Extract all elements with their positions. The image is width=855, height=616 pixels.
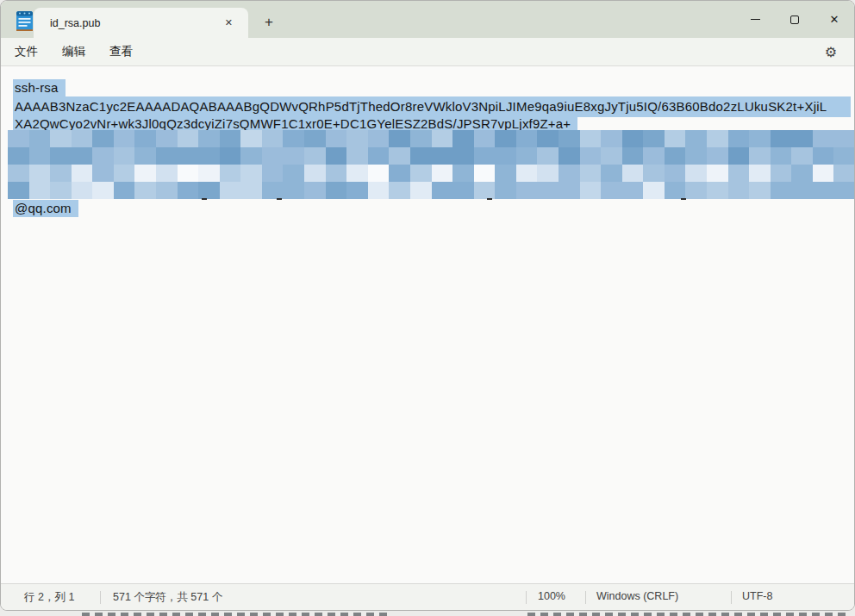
redaction-block [346,165,368,182]
statusbar-divider [100,591,101,604]
zoom-level[interactable]: 100% [538,590,565,602]
redaction-block [198,182,220,199]
redaction-block [156,147,178,165]
redaction-block [262,165,284,182]
redaction-block [580,147,602,165]
redaction-block [240,165,262,182]
redaction-block [29,182,51,199]
blurred-text-fragment [681,198,686,200]
redaction-block [537,182,559,199]
redaction-block [134,130,156,147]
redaction-block [771,130,792,147]
minimize-icon [751,19,760,20]
redaction-block [452,165,474,182]
redaction-block [134,147,156,165]
redaction-block [728,130,750,147]
redaction-block [262,182,284,199]
redaction-block [114,147,135,165]
menu-edit[interactable]: 编辑 [55,40,92,63]
tab-close-icon[interactable]: ✕ [220,15,238,31]
redaction-block [833,165,854,182]
redaction-block [813,182,834,199]
redaction-block [622,130,644,147]
redaction-block [92,182,114,199]
redaction-block [389,182,410,199]
redaction-block [346,182,368,199]
redaction-block [813,147,834,165]
redaction-block [601,182,622,199]
redaction-block [220,130,241,147]
redaction-block [516,182,538,199]
redaction-block [283,165,304,182]
statusbar-divider [526,591,527,604]
redaction-block [29,165,51,182]
redaction-block [50,130,72,147]
redaction-mosaic [8,130,854,199]
redaction-block [389,165,410,182]
status-bar: 行 2，列 1 571 个字符，共 571 个 100% Windows (CR… [1,583,854,610]
tab-id-rsa-pub[interactable]: id_rsa.pub ✕ [34,8,248,38]
redaction-block [156,182,178,199]
menu-view[interactable]: 查看 [103,40,140,63]
redaction-block [50,182,72,199]
taskbar-sliver [82,613,388,616]
notepad-app-icon [16,10,34,32]
redaction-block [728,165,750,182]
redaction-block [389,147,410,165]
tab-title: id_rsa.pub [50,17,220,29]
redaction-block [537,165,559,182]
redaction-block [791,130,813,147]
redaction-block [326,182,347,199]
redaction-block [8,165,29,182]
redaction-block [326,147,347,165]
redaction-block [495,165,516,182]
selected-text-1: ssh-rsa [13,79,66,96]
redaction-block [156,130,178,147]
redaction-block [283,130,304,147]
redaction-block [72,165,93,182]
window-controls: ✕ [735,1,854,38]
redaction-block [8,147,29,165]
redaction-block [643,182,665,199]
blurred-text-fragment [487,198,492,200]
maximize-button[interactable] [775,1,814,38]
redaction-block [685,147,707,165]
character-count: 571 个字符，共 571 个 [113,590,222,605]
new-tab-button[interactable]: + [257,11,281,34]
redaction-block [728,182,750,199]
redaction-block [368,182,390,199]
minimize-button[interactable] [735,1,775,38]
redaction-block [707,165,728,182]
redaction-block [198,130,220,147]
redaction-block [178,165,199,182]
redaction-block [198,147,220,165]
redaction-block [283,182,304,199]
settings-gear-icon[interactable]: ⚙ [818,40,844,64]
line-ending[interactable]: Windows (CRLF) [596,590,678,602]
redaction-block [114,165,135,182]
redaction-block [8,130,29,147]
redaction-block [833,147,854,165]
statusbar-divider [731,591,732,604]
redaction-block [707,182,728,199]
redaction-block [29,147,51,165]
notepad-window: id_rsa.pub ✕ + ✕ 文件 编辑 查看 ⚙ ssh-rsa AAAA… [0,0,855,611]
text-editor[interactable]: ssh-rsa AAAAB3NzaC1yc2EAAAADAQABAAABgQDW… [1,66,854,584]
redaction-block [685,182,707,199]
redaction-block [220,165,241,182]
menu-file[interactable]: 文件 [8,40,45,63]
redaction-block [559,182,580,199]
redaction-block [452,130,474,147]
redaction-block [749,147,771,165]
redaction-block [707,147,728,165]
redaction-block [368,130,390,147]
close-button[interactable]: ✕ [814,1,854,38]
redaction-block [559,147,580,165]
redaction-block [304,130,326,147]
redaction-block [833,130,854,147]
encoding[interactable]: UTF-8 [742,590,772,602]
redaction-block [474,182,496,199]
blurred-text-fragment [202,198,207,200]
redaction-block [622,165,644,182]
menu-bar: 文件 编辑 查看 ⚙ [1,38,854,66]
